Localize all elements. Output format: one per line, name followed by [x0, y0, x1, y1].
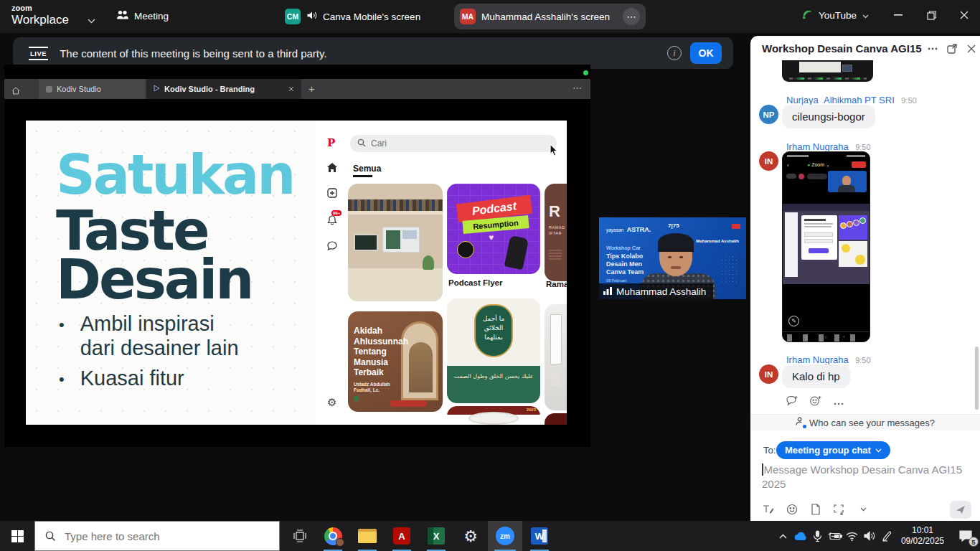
- phone-shared-content: [783, 204, 870, 284]
- taskbar-search-input[interactable]: [65, 530, 251, 542]
- pin-bottom-right[interactable]: [545, 413, 567, 425]
- add-reaction-icon[interactable]: [810, 395, 822, 409]
- avatar-np: NP: [759, 105, 778, 124]
- pin-interior[interactable]: [545, 304, 567, 410]
- chrome-taskbar-icon[interactable]: [316, 521, 350, 551]
- tab-semua[interactable]: Semua: [353, 164, 381, 174]
- send-button[interactable]: [950, 501, 971, 519]
- chat-close-icon[interactable]: [963, 41, 979, 57]
- create-plus-icon[interactable]: [327, 188, 337, 201]
- messages-bubble-icon[interactable]: [327, 241, 337, 254]
- more-actions-icon[interactable]: [834, 395, 844, 409]
- attach-file-icon[interactable]: [808, 502, 824, 517]
- tray-expand-chevron-icon[interactable]: [775, 521, 792, 551]
- action-center-icon[interactable]: 5: [951, 521, 980, 551]
- emoji-icon[interactable]: [784, 502, 800, 517]
- zoom-taskbar-icon[interactable]: zm: [488, 521, 522, 551]
- browser-tab2-label: Kodiv Studio - Branding: [164, 85, 255, 93]
- reply-icon[interactable]: [786, 395, 798, 409]
- screenshot-icon[interactable]: [831, 502, 847, 517]
- battery-icon[interactable]: [826, 521, 844, 551]
- pinterest-search-bar[interactable]: [350, 135, 557, 152]
- pin-akidah[interactable]: AkidahAhlussunnahTentangManusiaTerbaik U…: [348, 311, 443, 412]
- tab-meeting[interactable]: Meeting: [116, 9, 169, 22]
- task-view-button[interactable]: [284, 521, 316, 551]
- shelf-art: [348, 211, 443, 215]
- chat-popout-icon[interactable]: [944, 41, 960, 57]
- recipient-selector[interactable]: Meeting group chat: [776, 441, 890, 459]
- settings-taskbar-icon[interactable]: ⚙: [453, 521, 488, 551]
- file-explorer-taskbar-icon[interactable]: [350, 521, 385, 551]
- title-bar: zoom Workplace Meeting CM Canva Mobile's…: [0, 0, 980, 33]
- pin-ramadan[interactable]: R RAMAD IFTAR: [545, 184, 567, 281]
- monitor-art: [382, 227, 420, 253]
- phone-zoom-label: ● Zoom ⌄: [807, 162, 830, 168]
- pill-art2: [798, 174, 804, 179]
- close-window-button[interactable]: [953, 4, 975, 26]
- browser-tab-kodiv-branding[interactable]: Kodiv Studio - Branding: [146, 79, 301, 99]
- format-text-icon[interactable]: [760, 502, 776, 517]
- message-time: 9:50: [901, 96, 916, 105]
- akidah-date-art: [354, 396, 359, 401]
- pinterest-search-input[interactable]: [371, 138, 536, 149]
- browser-home-icon[interactable]: [11, 85, 20, 98]
- notifications-bell-icon[interactable]: 99+: [327, 215, 337, 228]
- speaker-icon: [306, 11, 317, 22]
- logo-zoom-text: zoom: [11, 4, 69, 12]
- pin-caption-podcast[interactable]: Podcast Flyer: [448, 278, 502, 287]
- pin-podcast[interactable]: Podcast Resumption ♥: [447, 184, 540, 274]
- pen-icon[interactable]: [878, 521, 895, 551]
- excel-taskbar-icon[interactable]: X: [419, 521, 453, 551]
- pinterest-logo-icon[interactable]: P: [327, 136, 335, 149]
- pin-food[interactable]: 2023: [447, 406, 540, 425]
- browser-tab-kodiv-studio[interactable]: Kodiv Studio: [39, 79, 145, 99]
- home-icon[interactable]: [327, 162, 337, 175]
- compose-toolbar: [760, 502, 871, 517]
- presenter-video-thumbnail[interactable]: yayasan ASTRA. 7|75 Workshop Car Tips Ko…: [599, 217, 746, 299]
- acrobat-taskbar-icon[interactable]: A: [385, 521, 419, 551]
- new-tab-button[interactable]: +: [308, 83, 315, 95]
- avatar-cm: CM: [285, 9, 301, 24]
- chat-image-phone-screenshot[interactable]: ‹ ● Zoom ⌄: [782, 151, 870, 342]
- overlay-speaker-name: Muhammad Asshalih: [696, 239, 739, 243]
- workspace-chevron-down-icon[interactable]: [88, 14, 95, 27]
- mouse-cursor: [550, 143, 559, 160]
- chat-scrollbar[interactable]: [975, 347, 979, 410]
- youtube-live-button[interactable]: YouTube: [802, 9, 869, 22]
- start-button[interactable]: [0, 521, 34, 551]
- privacy-notice[interactable]: Who can see your messages?: [750, 414, 980, 430]
- microphone-icon[interactable]: [809, 521, 826, 551]
- more-compose-chevron-icon[interactable]: [855, 502, 871, 517]
- taskbar-search[interactable]: [34, 521, 280, 551]
- minimize-button[interactable]: [887, 4, 909, 26]
- restore-button[interactable]: [920, 4, 942, 26]
- tab-canva-mobile-screen[interactable]: CM Canva Mobile's screen: [285, 9, 420, 24]
- participant-name-tag: Muhammad Asshalih: [599, 283, 713, 299]
- message-input[interactable]: Message Workshop Desain Canva AGI15 2025: [762, 463, 971, 491]
- onedrive-icon[interactable]: [792, 521, 809, 551]
- presenter-face: [659, 237, 692, 276]
- live-stream-icon: [802, 9, 813, 22]
- search-icon: [357, 137, 366, 150]
- slide-title-line1: Satukan: [56, 148, 293, 202]
- volume-icon[interactable]: [861, 521, 878, 551]
- heart-art: ♥: [489, 232, 494, 242]
- pin-caption-ramadan[interactable]: Ramada: [546, 280, 567, 288]
- chat-more-icon[interactable]: [925, 41, 941, 57]
- pin-arabic-quote[interactable]: ما أجمل الخلائقبمثلهما عليك بحسن الخلق و…: [447, 298, 540, 403]
- tab-more-options-icon[interactable]: ⋯: [623, 8, 640, 25]
- pin-desk-setup[interactable]: [348, 184, 443, 301]
- vase-art: [552, 373, 560, 386]
- chat-image-partial[interactable]: [782, 60, 873, 82]
- tab-muhammad-asshalih-screen[interactable]: MA Muhammad Asshalih's screen ⋯: [454, 4, 646, 29]
- wifi-icon[interactable]: [844, 521, 861, 551]
- browser-more-icon[interactable]: ⋯: [573, 83, 582, 93]
- info-icon[interactable]: i: [667, 46, 682, 60]
- clock-time: 10:01: [901, 525, 944, 536]
- word-taskbar-icon[interactable]: W: [522, 521, 557, 551]
- settings-gear-icon[interactable]: ⚙: [327, 396, 336, 409]
- tab-close-icon[interactable]: [288, 85, 294, 93]
- pill-art3: [807, 174, 827, 179]
- ok-button[interactable]: OK: [690, 42, 722, 64]
- taskbar-clock[interactable]: 10:01 09/02/2025: [901, 525, 944, 547]
